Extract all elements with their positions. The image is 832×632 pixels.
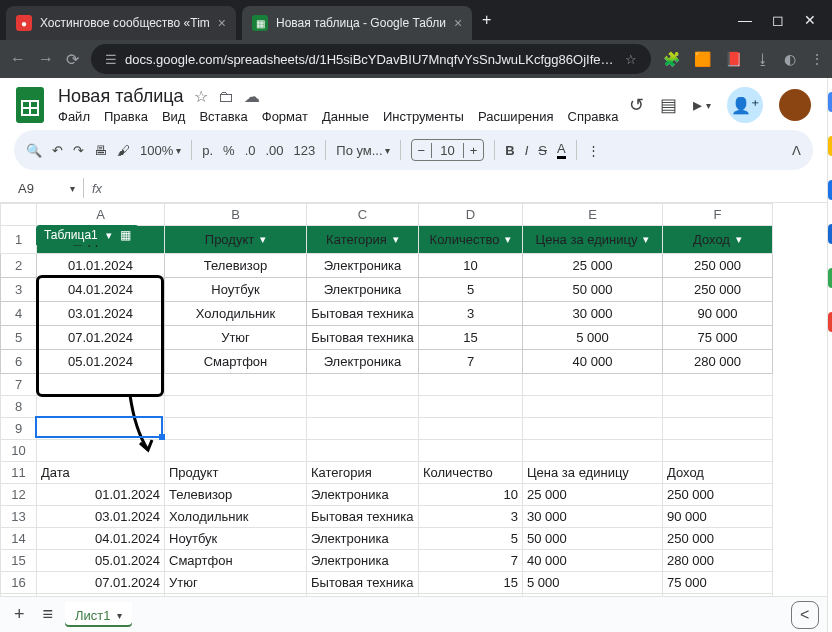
- cell[interactable]: 40 000: [523, 350, 663, 374]
- cell[interactable]: 30 000: [523, 506, 663, 528]
- cell[interactable]: Цена за единицу▾: [523, 226, 663, 254]
- collapse-toolbar-icon[interactable]: ᐱ: [792, 143, 801, 158]
- table-name-chip[interactable]: Таблица1 ▾ ▦: [36, 225, 139, 245]
- cell[interactable]: Продукт▾: [165, 226, 307, 254]
- row-header[interactable]: 11: [1, 462, 37, 484]
- cell[interactable]: [663, 396, 773, 418]
- menu-file[interactable]: Файл: [58, 109, 90, 124]
- back-button[interactable]: ←: [10, 50, 26, 68]
- cell[interactable]: [523, 396, 663, 418]
- download-icon[interactable]: ⭳: [756, 51, 770, 67]
- cell[interactable]: Дата: [37, 462, 165, 484]
- chevron-down-icon[interactable]: ▾: [70, 183, 75, 194]
- cell[interactable]: [307, 440, 419, 462]
- cell[interactable]: 04.01.2024: [37, 528, 165, 550]
- cell[interactable]: [663, 418, 773, 440]
- increase-decimal-button[interactable]: .00: [266, 143, 284, 158]
- cell[interactable]: Категория▾: [307, 226, 419, 254]
- decrease-decimal-button[interactable]: .0: [245, 143, 256, 158]
- chevron-down-icon[interactable]: ▾: [106, 229, 112, 242]
- cell[interactable]: [165, 440, 307, 462]
- meet-button[interactable]: ▸▾: [693, 94, 711, 116]
- cell[interactable]: [663, 440, 773, 462]
- cell[interactable]: 90 000: [663, 302, 773, 326]
- cell[interactable]: 50 000: [523, 528, 663, 550]
- cell[interactable]: Цена за единицу: [523, 462, 663, 484]
- cell[interactable]: [307, 374, 419, 396]
- cell[interactable]: 40 000: [523, 550, 663, 572]
- cell[interactable]: 75 000: [663, 572, 773, 594]
- cell[interactable]: 3: [419, 506, 523, 528]
- cell[interactable]: [37, 594, 165, 597]
- cell[interactable]: [307, 396, 419, 418]
- filter-chevron-icon[interactable]: ▾: [505, 233, 511, 246]
- menu-icon[interactable]: ⋮: [810, 51, 824, 67]
- star-icon[interactable]: ☆: [625, 52, 637, 67]
- cell[interactable]: 10: [419, 254, 523, 278]
- cell[interactable]: 25 000: [523, 254, 663, 278]
- row-header[interactable]: 9: [1, 418, 37, 440]
- undo-button[interactable]: ↶: [52, 143, 63, 158]
- filter-chevron-icon[interactable]: ▾: [260, 233, 266, 246]
- cell[interactable]: 280 000: [663, 550, 773, 572]
- row-header[interactable]: 3: [1, 278, 37, 302]
- cell[interactable]: Электроника: [307, 550, 419, 572]
- cell[interactable]: Смартфон: [165, 550, 307, 572]
- row-header[interactable]: 14: [1, 528, 37, 550]
- forward-button[interactable]: →: [38, 50, 54, 68]
- row-header[interactable]: 6: [1, 350, 37, 374]
- cell[interactable]: [37, 396, 165, 418]
- close-icon[interactable]: ×: [218, 15, 226, 31]
- close-icon[interactable]: ×: [454, 15, 462, 31]
- zoom-select[interactable]: 100%▾: [140, 143, 181, 158]
- cell[interactable]: 10: [419, 484, 523, 506]
- star-icon[interactable]: ☆: [194, 87, 208, 106]
- extension-icon[interactable]: 🟧: [694, 51, 711, 67]
- cell[interactable]: Холодильник: [165, 506, 307, 528]
- sheets-logo-icon[interactable]: [12, 87, 48, 123]
- cell[interactable]: Телевизор: [165, 254, 307, 278]
- row-header[interactable]: 15: [1, 550, 37, 572]
- cell[interactable]: [307, 418, 419, 440]
- cell[interactable]: Ноутбук: [165, 528, 307, 550]
- maximize-button[interactable]: ◻: [772, 12, 784, 28]
- contacts-icon[interactable]: [828, 224, 832, 244]
- column-header[interactable]: A: [37, 204, 165, 226]
- history-icon[interactable]: ↺: [629, 94, 644, 116]
- cell[interactable]: [663, 594, 773, 597]
- cell[interactable]: 250 000: [663, 484, 773, 506]
- tasks-icon[interactable]: [828, 180, 832, 200]
- cell[interactable]: 01.01.2024: [37, 484, 165, 506]
- cell[interactable]: 03.01.2024: [37, 302, 165, 326]
- cell[interactable]: [165, 594, 307, 597]
- filter-chevron-icon[interactable]: ▾: [393, 233, 399, 246]
- name-box[interactable]: A9: [14, 179, 62, 198]
- cell[interactable]: 07.01.2024: [37, 326, 165, 350]
- cell[interactable]: 5 000: [523, 326, 663, 350]
- cell[interactable]: 7: [419, 550, 523, 572]
- cell[interactable]: [419, 594, 523, 597]
- column-header[interactable]: D: [419, 204, 523, 226]
- share-button[interactable]: 👤⁺: [727, 87, 763, 123]
- spreadsheet-grid[interactable]: Таблица1 ▾ ▦ A B C D E F 1▦Дата▾Продукт▾…: [0, 203, 827, 596]
- cell[interactable]: Количество▾: [419, 226, 523, 254]
- row-header[interactable]: 13: [1, 506, 37, 528]
- italic-button[interactable]: I: [525, 143, 529, 158]
- currency-button[interactable]: р.: [202, 143, 213, 158]
- cell[interactable]: 01.01.2024: [37, 254, 165, 278]
- cell[interactable]: Утюг: [165, 326, 307, 350]
- cell[interactable]: 250 000: [663, 278, 773, 302]
- bold-button[interactable]: В: [505, 143, 514, 158]
- font-size-value[interactable]: 10: [431, 143, 463, 158]
- cell[interactable]: 5: [419, 278, 523, 302]
- cell[interactable]: Доход▾: [663, 226, 773, 254]
- extension-icon[interactable]: 🧩: [663, 51, 680, 67]
- calendar-icon[interactable]: [828, 92, 832, 112]
- cell[interactable]: [37, 440, 165, 462]
- cell[interactable]: 5: [419, 528, 523, 550]
- search-menus-icon[interactable]: 🔍: [26, 143, 42, 158]
- cell[interactable]: Электроника: [307, 278, 419, 302]
- cell[interactable]: [37, 374, 165, 396]
- keep-icon[interactable]: [828, 136, 832, 156]
- chevron-down-icon[interactable]: ▾: [117, 610, 122, 621]
